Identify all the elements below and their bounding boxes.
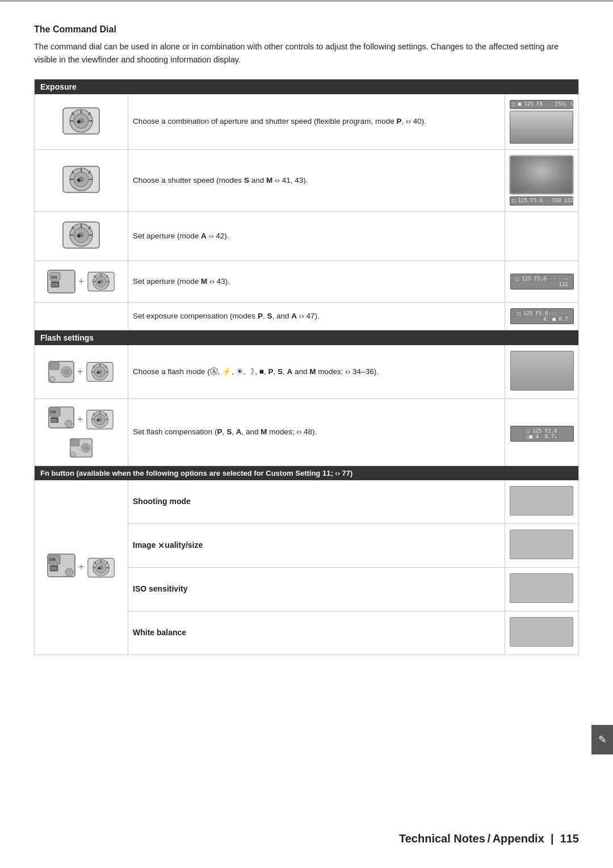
page-container: The Command Dial The command dial can be… [0,0,613,868]
exp2-preview: □ 125 F5.6 ISO 132 [505,150,579,212]
fn-row1-label: Shooting mode [128,480,505,524]
svg-point-79 [83,446,89,451]
exp3-icon-cell: ◆ [35,212,128,261]
fn-row3-preview [505,568,579,611]
main-table: Exposure ◆ [34,79,579,655]
svg-text:◆: ◆ [77,177,81,183]
fn-row4-preview [505,611,579,655]
fn-header-row: Fn button (available when the following … [35,466,579,481]
svg-text:ON: ON [49,557,56,561]
flash-row-2: ON DⒶ + [35,399,579,466]
svg-point-86 [65,568,73,576]
flash2-body2-svg [68,436,95,460]
exp1-desc: Choose a combination of aperture and shu… [128,94,505,150]
svg-point-48 [64,369,70,375]
fn-button-svg: ON DⒶ [47,267,76,296]
exp4-icon-cell: ON DⒶ + [35,261,128,303]
exp2-icon-cell: ◆ [35,150,128,212]
fn-row1-preview [505,480,579,524]
footer-chapter: Technical Notes / Appendix [399,832,544,845]
fn-row2-label: Image ⨯uality/size [128,524,505,568]
command-dial-svg-flash1: ◆ [85,357,115,387]
exposure-row-2: ◆ Choose a shutter speed (modes S and M … [35,150,579,212]
flash1-desc: Choose a flash mode (Ⓐ, ⚡, ☀, ☽, ■, P, S… [128,345,505,399]
exposure-row-3: ◆ Set aperture (mode A ‹› 42). [35,212,579,261]
flash2-preview: □ 125 F2.8 □■ 4 0.7↓ [505,399,579,466]
command-dial-svg-1: ◆ [61,103,102,139]
svg-point-65 [65,420,72,427]
side-tab-icon: ✎ [598,733,607,746]
exp3-desc: Set aperture (mode A ‹› 42). [128,212,505,261]
svg-text:DⒶ: DⒶ [51,418,57,422]
fn-row-1: ON DⒶ + [35,480,579,524]
command-dial-heading: The Command Dial [34,24,579,35]
footer-page-number: 115 [560,832,579,845]
page-footer: Technical Notes / Appendix | 115 [0,832,613,845]
fn-header: Fn button (available when the following … [35,466,579,481]
flash1-preview [505,345,579,399]
content-area: The Command Dial The command dial can be… [0,2,613,701]
svg-text:◆: ◆ [77,232,81,238]
svg-text:DⒶ: DⒶ [51,567,57,571]
fn-row2-preview [505,524,579,568]
command-dial-svg-flash2: ◆ [85,405,115,434]
exposure-row-1: ◆ Choose a combination of aperture and s… [35,94,579,150]
exp3-preview-empty [505,212,579,261]
fn-body-svg: ON DⒶ [47,553,76,582]
svg-text:ON: ON [51,275,57,279]
exp5-icon-cell [35,303,128,330]
fn-row4-label: White balance [128,611,505,655]
flash2-icon-cell: ON DⒶ + [35,399,128,466]
flash2-body-svg: ON DⒶ [48,405,75,434]
exp4-desc: Set aperture (mode M ‹› 43). [128,261,505,303]
footer-chapter-page: Technical Notes / Appendix | 115 [399,832,579,845]
exp1-preview: □ ■ 125 F8 ISO↓ 132 [505,94,579,150]
flash-header-row: Flash settings [35,330,579,346]
fn-row3-label: ISO sensitivity [128,568,505,611]
fn-icon-cell: ON DⒶ + [35,480,128,655]
svg-text:◆: ◆ [77,118,81,124]
svg-text:ON: ON [51,410,56,414]
exp5-desc: Set exposure compensation (modes P, S, a… [128,303,505,330]
exposure-row-4: ON DⒶ + [35,261,579,303]
exp2-desc: Choose a shutter speed (modes S and M ‹›… [128,150,505,212]
svg-point-49 [50,377,55,382]
side-tab: ✎ [591,725,613,754]
exposure-row-5: Set exposure compensation (modes P, S, a… [35,303,579,330]
exp1-icon-cell: ◆ [35,94,128,150]
flash-body-svg [48,357,75,387]
svg-rect-77 [71,440,79,446]
exp5-preview: □ 125 F5.6··· ·- 4 ■ 0.7 [505,303,579,330]
command-dial-svg-3: ◆ [61,217,102,253]
intro-text: The command dial can be used in alone or… [34,40,579,66]
flash-row-1: + ◆ [35,345,579,399]
exposure-header: Exposure [35,79,579,95]
exp4-preview: □ 125 F5.6··· ·-— 132 [505,261,579,303]
svg-rect-46 [50,363,60,370]
svg-text:DⒶ: DⒶ [52,283,58,287]
flash-header: Flash settings [35,330,579,346]
command-dial-svg-2: ◆ [61,162,102,197]
command-dial-svg-4: ◆ [86,267,116,296]
exposure-header-row: Exposure [35,79,579,95]
flash2-desc: Set flash compensation (P, S, A, and M m… [128,399,505,466]
flash1-icon-cell: + ◆ [35,345,128,399]
svg-point-80 [71,452,75,457]
command-dial-svg-fn: ◆ [86,553,116,582]
